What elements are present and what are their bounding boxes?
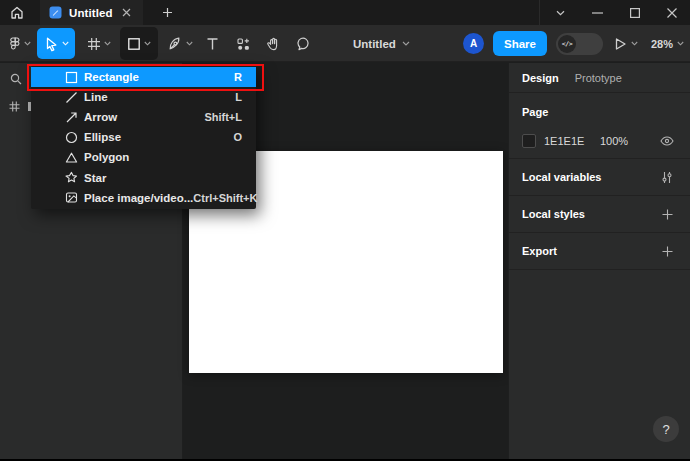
toolbar: Untitled A Share </> (0, 25, 690, 62)
text-tool-icon (206, 37, 219, 51)
chevron-down-icon (677, 41, 684, 46)
local-variables-label: Local variables (522, 171, 602, 183)
present-button[interactable] (612, 33, 640, 55)
line-icon (64, 91, 78, 104)
frame-hash-icon (87, 37, 101, 51)
minimize-icon[interactable] (579, 0, 616, 25)
chevron-down-icon (631, 41, 638, 46)
image-icon (64, 191, 78, 204)
tab-title: Untitled (69, 7, 113, 19)
menu-item-line[interactable]: Line L (31, 87, 256, 107)
menu-item-polygon[interactable]: Polygon (31, 147, 256, 167)
chevron-down-icon (104, 41, 111, 46)
chevron-down-icon (144, 41, 151, 46)
local-styles-label: Local styles (522, 208, 585, 220)
question-mark-icon: ? (662, 422, 669, 437)
page-color-swatch[interactable] (522, 134, 536, 148)
comment-tool-button[interactable] (289, 28, 316, 59)
export-row[interactable]: Export (509, 233, 690, 270)
export-label: Export (522, 245, 557, 257)
local-variables-row[interactable]: Local variables (509, 159, 690, 196)
figma-file-icon (49, 6, 62, 19)
dev-mode-toggle[interactable]: </> (556, 33, 603, 55)
page-section-title: Page (522, 106, 677, 118)
play-icon (614, 37, 627, 51)
zoom-level-control[interactable]: 28% (649, 34, 684, 54)
polygon-icon (64, 151, 78, 164)
add-export-plus-icon[interactable] (657, 241, 677, 261)
tab-prototype[interactable]: Prototype (575, 72, 622, 84)
tab-design[interactable]: Design (522, 72, 559, 84)
avatar[interactable]: A (463, 33, 484, 54)
share-button[interactable]: Share (493, 31, 547, 56)
document-title-label: Untitled (353, 38, 396, 50)
figma-app-window: Untitled (0, 0, 690, 461)
chevron-down-icon (186, 41, 193, 46)
home-button[interactable] (3, 2, 31, 23)
frame-tool-button[interactable] (82, 28, 115, 59)
page-color-hex[interactable]: 1E1E1E (544, 135, 600, 147)
menu-item-rectangle[interactable]: Rectangle R (31, 67, 256, 87)
shape-tools-menu: Rectangle R Line L Arrow Shift+L Ellipse… (31, 66, 256, 209)
document-title[interactable]: Untitled (353, 25, 410, 62)
properties-panel: Design Prototype Page 1E1E1E 100% Local … (508, 63, 690, 459)
titlebar: Untitled (0, 0, 690, 25)
pen-tool-button[interactable] (163, 28, 198, 59)
divider (539, 0, 540, 25)
figma-logo-icon (8, 37, 21, 51)
panel-tabs: Design Prototype (509, 63, 690, 93)
code-icon: </> (562, 40, 572, 48)
shape-tool-button[interactable] (120, 27, 158, 60)
layer-row-frame[interactable] (9, 101, 31, 112)
pen-icon (168, 36, 183, 51)
new-tab-button[interactable] (157, 3, 179, 23)
actions-icon (236, 37, 250, 51)
move-cursor-icon (44, 36, 59, 52)
arrow-icon (64, 111, 78, 124)
page-color-row: 1E1E1E 100% (522, 131, 677, 151)
chevron-down-icon (62, 41, 69, 46)
toolbar-right-cluster: A Share </> 28% (463, 25, 684, 62)
main-menu-button[interactable] (3, 28, 36, 59)
search-button[interactable] (7, 70, 25, 88)
maximize-icon[interactable] (616, 0, 653, 25)
window-menu-chevron-icon[interactable] (542, 0, 579, 25)
frame-hash-icon (9, 101, 20, 112)
menu-item-arrow[interactable]: Arrow Shift+L (31, 107, 256, 127)
hand-icon (266, 36, 280, 51)
tab-close-icon[interactable] (120, 6, 134, 20)
file-tab[interactable]: Untitled (40, 0, 143, 25)
rectangle-tool-icon (127, 37, 141, 51)
actions-tool-button[interactable] (229, 28, 256, 59)
avatar-initial: A (470, 38, 477, 49)
dev-mode-knob: </> (558, 35, 576, 53)
menu-item-star[interactable]: Star (31, 167, 256, 187)
rectangle-icon (64, 71, 78, 84)
help-button[interactable]: ? (653, 416, 679, 442)
text-tool-button[interactable] (199, 28, 226, 59)
plus-icon (162, 7, 173, 18)
eye-icon (660, 136, 674, 146)
menu-item-ellipse[interactable]: Ellipse O (31, 127, 256, 147)
add-style-plus-icon[interactable] (657, 204, 677, 224)
search-icon (10, 73, 22, 85)
home-icon (10, 6, 24, 19)
zoom-level-value: 28% (651, 38, 673, 50)
chevron-down-icon (402, 41, 410, 46)
window-controls (539, 0, 690, 25)
hand-tool-button[interactable] (259, 28, 286, 59)
menu-item-place-image-video[interactable]: Place image/video... Ctrl+Shift+K (31, 188, 256, 208)
visibility-toggle[interactable] (657, 131, 677, 151)
chevron-down-icon (24, 41, 31, 46)
variables-sliders-icon[interactable] (657, 167, 677, 187)
move-tool-button[interactable] (37, 28, 75, 59)
ellipse-icon (64, 131, 78, 144)
page-section: Page 1E1E1E 100% (509, 93, 690, 159)
comment-bubble-icon (296, 37, 310, 51)
page-color-opacity[interactable]: 100% (600, 135, 628, 147)
star-icon (64, 171, 78, 184)
close-window-icon[interactable] (653, 0, 690, 25)
local-styles-row[interactable]: Local styles (509, 196, 690, 233)
